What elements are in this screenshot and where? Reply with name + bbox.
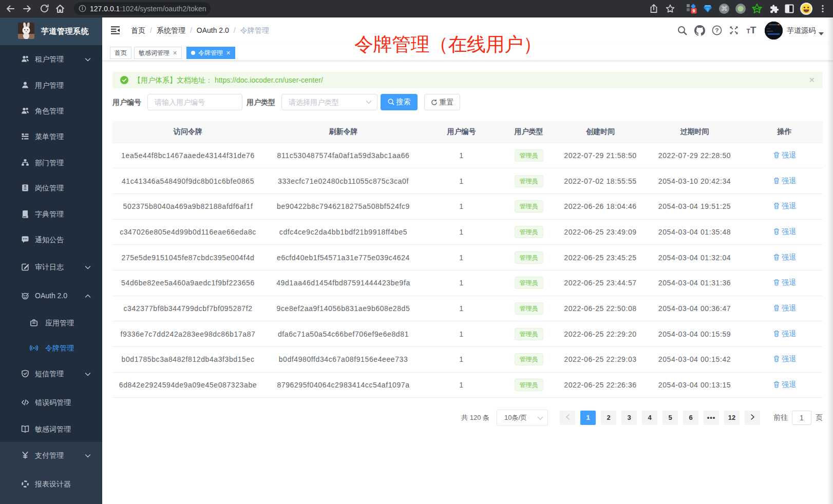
svg-text:⌘: ⌘ [721,5,728,12]
svg-text:?: ? [715,27,718,33]
svg-text:9: 9 [692,8,695,13]
